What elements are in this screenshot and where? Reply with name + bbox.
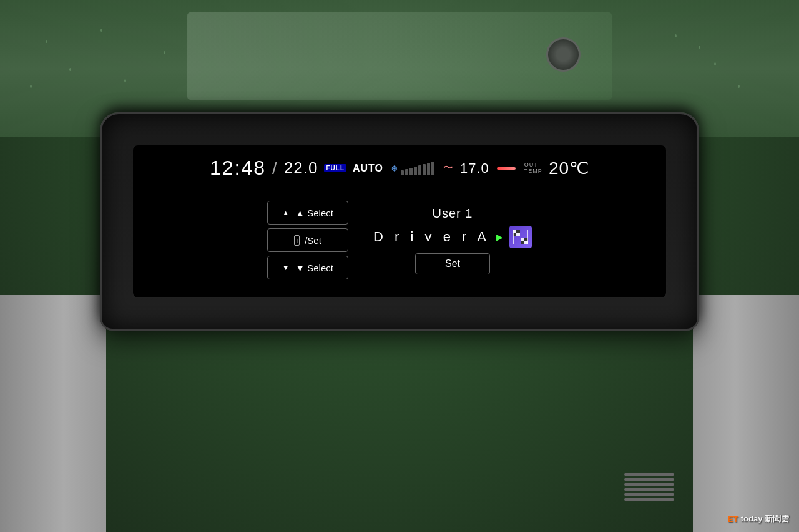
vent-row — [624, 473, 674, 476]
driver-row: D r i v e r A ▶ — [373, 226, 532, 248]
fan-indicator: ❄ — [391, 162, 434, 175]
fan-icon: ❄ — [391, 163, 399, 173]
driver-name: D r i v e r A — [373, 229, 490, 245]
info-set-button[interactable]: i /Set — [267, 228, 348, 252]
fan-bar-7 — [427, 163, 430, 175]
fan-bar-8 — [431, 162, 434, 175]
up-arrow-icon: ▲ — [282, 209, 289, 216]
fan-bar-5 — [418, 165, 421, 175]
info-set-label: /Set — [305, 235, 321, 246]
time-display: 12:48 — [210, 157, 266, 180]
out-temp-label: OUT TEMP — [524, 162, 542, 175]
down-arrow-icon: ▼ — [282, 264, 289, 271]
checkered-flags-svg — [512, 228, 529, 246]
fan-bar-4 — [414, 167, 417, 175]
vent-wave-icon: 〜 — [443, 162, 454, 175]
display-screen: 12:48 / 22.0 FULL AUTO ❄ — [133, 145, 666, 297]
ac-auto-label: AUTO — [353, 163, 383, 174]
up-select-button[interactable]: ▲ ▲ Select — [267, 201, 348, 225]
vent-row-5 — [624, 493, 674, 496]
fan-bars — [401, 162, 434, 175]
down-select-button[interactable]: ▼ ▼ Select — [267, 256, 348, 279]
vent-line-5 — [624, 493, 674, 496]
watermark: ET today 新聞雲 — [728, 513, 789, 525]
play-icon: ▶ — [496, 232, 503, 242]
vent-line — [624, 473, 674, 476]
watermark-et: ET — [728, 515, 738, 524]
status-bar: 12:48 / 22.0 FULL AUTO ❄ — [133, 157, 666, 180]
user-info-panel: User 1 D r i v e r A ▶ — [373, 206, 532, 274]
rain-dots — [6, 6, 793, 118]
up-select-label: ▲ Select — [295, 208, 333, 218]
ac-badge-group: FULL — [324, 164, 346, 172]
vent-temp-display: 17.0 — [460, 160, 489, 177]
vent-row-2 — [624, 478, 674, 481]
vent-row-6 — [624, 498, 674, 501]
svg-rect-5 — [521, 241, 524, 244]
set-button[interactable]: Set — [415, 253, 490, 274]
dashboard-right-panel — [693, 295, 799, 532]
svg-rect-1 — [516, 230, 520, 233]
out-temp-value: 20℃ — [549, 158, 589, 178]
vent-line-3 — [624, 483, 674, 486]
out-label-line2: TEMP — [524, 168, 542, 175]
user-label: User 1 — [433, 206, 473, 221]
flag-icon — [509, 226, 532, 248]
vent-row-3 — [624, 483, 674, 486]
temp-bar-indicator — [497, 167, 516, 170]
ac-temp-display: 22.0 — [284, 158, 318, 178]
dashboard-left-panel — [0, 295, 106, 532]
vent-line-4 — [624, 488, 674, 491]
down-select-label: ▼ Select — [295, 263, 333, 273]
fan-bar-2 — [405, 169, 408, 175]
display-frame: 12:48 / 22.0 FULL AUTO ❄ — [100, 112, 699, 331]
set-button-label: Set — [445, 258, 460, 269]
controls-panel: ▲ ▲ Select i /Set ▼ ▼ Select — [267, 201, 348, 279]
watermark-today: today 新聞雲 — [741, 513, 789, 525]
fan-bar-3 — [409, 168, 413, 175]
vent-line-6 — [624, 498, 674, 501]
vent-line-2 — [624, 478, 674, 481]
separator: / — [272, 158, 278, 178]
vent-area — [624, 473, 674, 501]
ac-full-label: FULL — [324, 164, 346, 172]
info-icon: i — [294, 235, 300, 246]
vent-row-4 — [624, 488, 674, 491]
fan-bar-1 — [401, 170, 404, 175]
main-content: ▲ ▲ Select i /Set ▼ ▼ Select User 1 D r … — [133, 189, 666, 291]
fan-bar-6 — [423, 164, 426, 175]
